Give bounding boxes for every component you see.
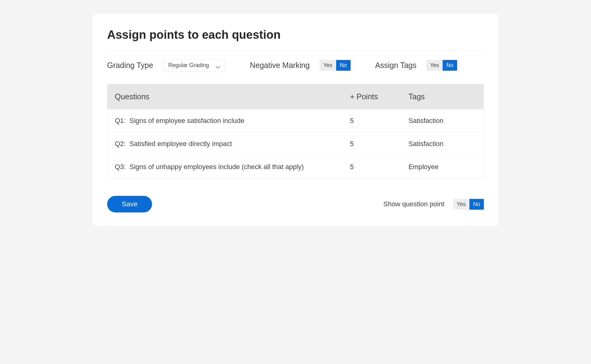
show-question-point-label: Show question point <box>383 200 444 208</box>
tag-cell: Employee <box>408 163 476 171</box>
divider <box>107 50 484 50</box>
header-points: + Points <box>350 92 408 101</box>
footer-row: Save Show question point Yes No <box>107 196 484 212</box>
assign-tags-label: Assign Tags <box>375 61 416 70</box>
chevron-down-icon <box>216 64 220 67</box>
assign-tags-no[interactable]: No <box>443 60 457 71</box>
points-cell: 5 <box>350 163 408 171</box>
question-cell: Q3: Signs of unhappy employees include (… <box>115 163 350 171</box>
question-prefix: Q2: <box>115 140 126 148</box>
header-tags: Tags <box>408 92 476 101</box>
grading-type-value: Regular Grading <box>168 62 209 69</box>
assign-tags-yes[interactable]: Yes <box>426 60 443 71</box>
save-button[interactable]: Save <box>107 196 152 212</box>
table-row[interactable]: Q2: Satisfied employee directly impact 5… <box>107 132 484 155</box>
points-cell: 5 <box>350 117 408 125</box>
header-questions: Questions <box>115 92 350 101</box>
question-prefix: Q3: <box>115 163 126 171</box>
question-cell: Q1: Signs of employee satisfaction inclu… <box>115 117 350 125</box>
negative-marking-label: Negative Marking <box>250 61 310 70</box>
tag-cell: Satisfaction <box>408 140 476 148</box>
grading-type-label: Grading Type <box>107 61 153 70</box>
show-question-point-no[interactable]: No <box>469 199 484 210</box>
question-cell: Q2: Satisfied employee directly impact <box>115 140 350 148</box>
table-row[interactable]: Q3: Signs of unhappy employees include (… <box>107 155 484 178</box>
questions-table: Questions + Points Tags Q1: Signs of emp… <box>107 84 484 179</box>
table-row[interactable]: Q1: Signs of employee satisfaction inclu… <box>107 109 484 132</box>
show-question-point-yes[interactable]: Yes <box>453 199 469 210</box>
question-prefix: Q1: <box>115 117 126 125</box>
points-cell: 5 <box>350 140 408 148</box>
show-question-point-toggle: Yes No <box>453 199 484 210</box>
question-text: Signs of unhappy employees include (chec… <box>130 163 304 171</box>
negative-marking-toggle: Yes No <box>320 60 350 71</box>
page-title: Assign points to each question <box>107 28 484 42</box>
negative-marking-group: Negative Marking Yes No <box>250 60 351 71</box>
assign-tags-group: Assign Tags Yes No <box>375 60 457 71</box>
grading-type-select[interactable]: Regular Grading <box>163 59 225 72</box>
table-header: Questions + Points Tags <box>107 84 484 109</box>
negative-marking-yes[interactable]: Yes <box>320 60 336 71</box>
footer-right-group: Show question point Yes No <box>383 199 484 210</box>
grading-type-group: Grading Type Regular Grading <box>107 59 225 72</box>
settings-card: Assign points to each question Grading T… <box>92 14 499 226</box>
negative-marking-no[interactable]: No <box>336 60 351 71</box>
tag-cell: Satisfaction <box>408 117 476 125</box>
controls-row: Grading Type Regular Grading Negative Ma… <box>107 59 484 72</box>
question-text: Satisfied employee directly impact <box>130 140 232 148</box>
question-text: Signs of employee satisfaction include <box>130 117 244 125</box>
assign-tags-toggle: Yes No <box>426 60 457 71</box>
